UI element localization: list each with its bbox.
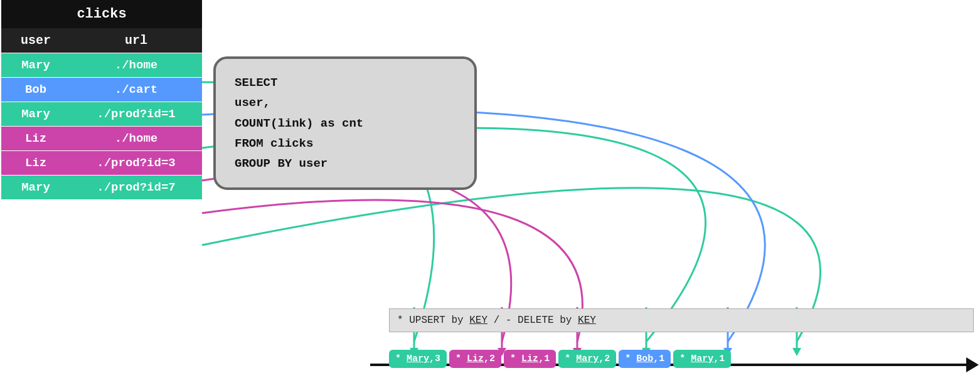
svg-marker-1 (966, 357, 979, 372)
sql-line3: COUNT(link) as cnt (235, 113, 455, 134)
table-header: user url (1, 28, 202, 53)
table-row: Liz ./home (1, 126, 202, 150)
cell-url: ./cart (70, 78, 202, 102)
cell-url: ./prod?id=1 (70, 102, 202, 126)
table-title: clicks (1, 0, 202, 28)
table-row: Mary ./prod?id=7 (1, 175, 202, 199)
output-chip: * Mary,2 (558, 350, 616, 368)
output-chip: * Mary,3 (389, 350, 447, 368)
cell-user: Liz (1, 151, 70, 175)
output-chip: * Bob,1 (619, 350, 671, 368)
cell-url: ./home (70, 53, 202, 77)
cell-url: ./home (70, 127, 202, 150)
sql-line5: GROUP BY user (235, 154, 455, 174)
table-row: Mary ./home (1, 53, 202, 77)
svg-marker-13 (792, 348, 801, 356)
table-row: Mary ./prod?id=1 (1, 102, 202, 126)
sql-box: SELECT user, COUNT(link) as cnt FROM cli… (213, 56, 477, 190)
header-url: url (70, 28, 202, 53)
sql-line4: FROM clicks (235, 134, 455, 154)
key-delete: KEY (578, 315, 596, 326)
table-rows: Mary ./home Bob ./cart Mary ./prod?id=1 … (1, 53, 202, 199)
cell-user: Mary (1, 53, 70, 77)
cell-url: ./prod?id=3 (70, 151, 202, 175)
key-upsert: KEY (469, 315, 487, 326)
table-row: Bob ./cart (1, 77, 202, 102)
header-user: user (1, 28, 70, 53)
cell-user: Bob (1, 78, 70, 102)
cell-user: Mary (1, 102, 70, 126)
output-chip: * Liz,2 (449, 350, 501, 368)
chips-row: * Mary,3* Liz,2* Liz,1* Mary,2* Bob,1* M… (389, 350, 731, 368)
cell-user: Liz (1, 127, 70, 150)
output-chip: * Mary,1 (673, 350, 731, 368)
table-row: Liz ./prod?id=3 (1, 150, 202, 175)
output-chip: * Liz,1 (504, 350, 556, 368)
output-strip: * UPSERT by KEY / - DELETE by KEY (389, 308, 974, 332)
cell-url: ./prod?id=7 (70, 176, 202, 199)
output-note-text: * UPSERT by KEY / - DELETE by KEY (397, 315, 596, 326)
cell-user: Mary (1, 176, 70, 199)
clicks-table: clicks user url Mary ./home Bob ./cart M… (1, 0, 202, 199)
sql-line2: user, (235, 93, 455, 113)
sql-line1: SELECT (235, 73, 455, 93)
